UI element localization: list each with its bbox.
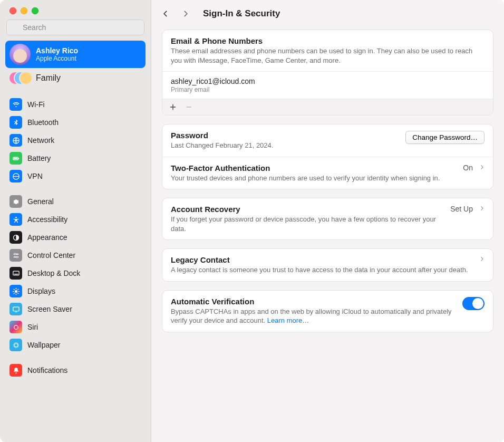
sidebar-list: Ashley Rico Apple Account Family Wi-Fi B… <box>0 40 151 442</box>
sidebar-item-label: VPN <box>27 172 141 180</box>
automatic-verification-toggle[interactable] <box>462 297 484 310</box>
sidebar-item-label: Accessibility <box>27 215 141 224</box>
email-entry-row[interactable]: ashley_rico1@icloud.com Primary email <box>162 71 493 99</box>
email-value: ashley_rico1@icloud.com <box>171 77 484 85</box>
nav-back-button[interactable] <box>160 8 171 20</box>
sidebar-item-apple-account[interactable]: Ashley Rico Apple Account <box>5 41 146 68</box>
sidebar-item-siri[interactable]: Siri <box>5 318 146 336</box>
sidebar-item-battery[interactable]: Battery <box>5 149 146 167</box>
sidebar-item-label: Control Center <box>27 251 141 260</box>
sidebar-item-label: Notifications <box>27 366 141 374</box>
add-contact-button[interactable] <box>167 101 179 113</box>
account-recovery-status: Set Up <box>450 205 473 213</box>
svg-point-27 <box>14 343 17 347</box>
chevron-right-icon <box>479 255 484 263</box>
chevron-right-icon <box>479 205 484 212</box>
sidebar-item-notifications[interactable]: Notifications <box>5 361 146 379</box>
sidebar-item-desktop-dock[interactable]: Desktop & Dock <box>5 264 146 282</box>
sidebar-item-wifi[interactable]: Wi-Fi <box>5 95 146 113</box>
gear-icon <box>9 195 22 208</box>
sidebar-item-accessibility[interactable]: Accessibility <box>5 210 146 228</box>
svg-rect-25 <box>15 311 17 312</box>
section-desc: If you forget your password or device pa… <box>171 215 444 233</box>
wallpaper-icon <box>9 339 22 351</box>
section-title: Legacy Contact <box>171 255 473 264</box>
card-password-2fa: Password Last Changed February 21, 2024.… <box>162 124 493 189</box>
svg-line-20 <box>14 289 14 290</box>
vpn-icon <box>9 170 22 182</box>
sidebar-item-label: Family <box>36 73 61 83</box>
control-center-icon <box>9 249 22 262</box>
svg-line-23 <box>14 293 14 293</box>
notifications-icon <box>9 364 22 377</box>
section-title: Account Recovery <box>171 205 444 214</box>
section-desc: Bypass CAPTCHAs in apps and on the web b… <box>171 307 456 325</box>
account-name: Ashley Rico <box>36 46 78 55</box>
svg-point-12 <box>16 256 17 257</box>
svg-rect-14 <box>14 274 18 274</box>
toolbar: Sign-In & Security <box>151 0 504 27</box>
displays-icon <box>9 285 22 297</box>
sidebar-item-vpn[interactable]: VPN <box>5 167 146 185</box>
minimize-window-button[interactable] <box>21 7 27 14</box>
content: Email & Phone Numbers These email addres… <box>151 27 504 348</box>
fullscreen-window-button[interactable] <box>32 7 38 14</box>
sidebar-item-screen-saver[interactable]: Screen Saver <box>5 300 146 318</box>
desktop-dock-icon <box>9 267 22 280</box>
sidebar-item-displays[interactable]: Displays <box>5 282 146 300</box>
auto-verify-desc-text: Bypass CAPTCHAs in apps and on the web b… <box>171 308 452 325</box>
card-account-recovery: Account Recovery If you forget your pass… <box>162 198 493 240</box>
close-window-button[interactable] <box>9 7 16 14</box>
search-wrap <box>0 20 151 40</box>
section-desc: These email addresses and phone numbers … <box>171 46 484 65</box>
sidebar-item-label: Displays <box>27 287 141 295</box>
svg-line-21 <box>17 293 18 293</box>
section-title: Password <box>171 131 399 140</box>
network-icon <box>9 134 22 147</box>
sidebar-item-label: Bluetooth <box>27 118 141 127</box>
sidebar-item-general[interactable]: General <box>5 193 146 210</box>
sidebar-item-wallpaper[interactable]: Wallpaper <box>5 336 146 354</box>
sidebar: Ashley Rico Apple Account Family Wi-Fi B… <box>0 0 151 442</box>
svg-point-7 <box>15 216 17 218</box>
change-password-button[interactable]: Change Password… <box>405 131 484 144</box>
battery-icon <box>9 152 22 165</box>
card-email-phone: Email & Phone Numbers These email addres… <box>162 30 493 116</box>
search-input[interactable] <box>6 20 144 35</box>
section-account-recovery[interactable]: Account Recovery If you forget your pass… <box>162 198 493 239</box>
card-legacy-contact: Legacy Contact A legacy contact is someo… <box>162 248 493 282</box>
account-subtitle: Apple Account <box>36 55 78 62</box>
bluetooth-icon <box>9 116 22 129</box>
section-title: Two-Factor Authentication <box>171 164 457 172</box>
email-phone-addbar <box>162 99 493 115</box>
svg-rect-5 <box>18 158 18 159</box>
sidebar-item-network[interactable]: Network <box>5 131 146 149</box>
sidebar-item-bluetooth[interactable]: Bluetooth <box>5 113 146 131</box>
section-title: Automatic Verification <box>171 297 456 306</box>
chevron-right-icon <box>479 164 484 171</box>
sidebar-item-label: Desktop & Dock <box>27 269 141 277</box>
sidebar-item-control-center[interactable]: Control Center <box>5 246 146 264</box>
sidebar-item-label: Siri <box>27 323 141 331</box>
two-factor-status: On <box>463 164 473 172</box>
sidebar-group-network: Wi-Fi Bluetooth Network Battery VPN <box>5 95 146 185</box>
section-two-factor[interactable]: Two-Factor Authentication Your trusted d… <box>162 157 493 189</box>
section-automatic-verification: Automatic Verification Bypass CAPTCHAs i… <box>162 291 493 332</box>
main-pane: Sign-In & Security Email & Phone Numbers… <box>151 0 504 442</box>
svg-rect-4 <box>14 158 17 159</box>
section-desc: Last Changed February 21, 2024. <box>171 141 399 150</box>
email-kind: Primary email <box>171 86 484 93</box>
remove-contact-button <box>182 101 195 113</box>
nav-forward-button[interactable] <box>180 8 191 20</box>
learn-more-link[interactable]: Learn more… <box>267 316 309 324</box>
sidebar-item-appearance[interactable]: Appearance <box>5 228 146 246</box>
appearance-icon <box>9 231 22 244</box>
svg-point-26 <box>14 325 18 329</box>
window-controls <box>0 0 151 20</box>
section-desc: A legacy contact is someone you trust to… <box>171 265 473 275</box>
section-legacy-contact[interactable]: Legacy Contact A legacy contact is someo… <box>162 249 493 281</box>
sidebar-item-label: Battery <box>27 154 141 162</box>
sidebar-item-family[interactable]: Family <box>5 68 146 88</box>
sidebar-item-label: Screen Saver <box>27 305 141 313</box>
screen-saver-icon <box>9 303 22 315</box>
